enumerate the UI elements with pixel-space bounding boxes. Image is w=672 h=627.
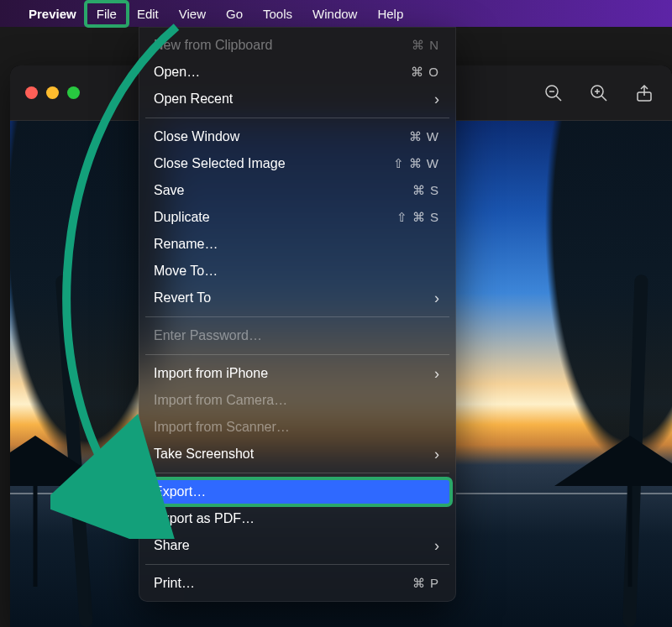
menu-edit[interactable]: Edit (127, 3, 169, 25)
menuitem-label: Enter Password… (154, 328, 439, 343)
menuitem-rename[interactable]: Rename… (144, 231, 451, 258)
menuitem-label: Open… (154, 65, 411, 80)
menubar: Preview File Edit View Go Tools Window H… (0, 0, 672, 27)
minimize-window-button[interactable] (46, 86, 59, 99)
menuitem-enter-password: Enter Password… (144, 322, 451, 349)
menuitem-export-as-pdf[interactable]: Export as PDF… (144, 505, 451, 532)
umbrella-decoration (10, 436, 111, 587)
chevron-right-icon: › (434, 366, 439, 381)
toolbar-right (543, 65, 655, 120)
menuitem-label: Revert To (154, 290, 434, 306)
menuitem-import-from-iphone[interactable]: Import from iPhone› (144, 360, 451, 387)
menu-separator (145, 473, 449, 473)
umbrella-decoration (554, 436, 672, 587)
menuitem-label: Close Window (154, 129, 409, 144)
menuitem-label: Import from Scanner… (154, 420, 439, 435)
menu-window[interactable]: Window (302, 3, 367, 25)
menuitem-open-recent[interactable]: Open Recent› (144, 86, 451, 112)
share-icon[interactable] (633, 82, 655, 104)
menuitem-label: Move To… (154, 264, 439, 279)
svg-line-4 (601, 96, 606, 101)
menu-separator (145, 118, 449, 118)
chevron-right-icon: › (434, 290, 439, 306)
menuitem-close-window[interactable]: Close Window⌘ W (144, 123, 451, 150)
menuitem-label: Print… (154, 576, 412, 591)
menu-separator (145, 316, 449, 317)
menuitem-revert-to[interactable]: Revert To› (144, 285, 451, 311)
menuitem-share[interactable]: Share› (144, 532, 451, 559)
keyboard-shortcut: ⌘ N (412, 38, 439, 53)
menuitem-label: Import from Camera… (154, 393, 439, 408)
menuitem-open[interactable]: Open…⌘ O (144, 59, 451, 86)
chevron-right-icon: › (434, 538, 439, 553)
menu-app[interactable]: Preview (18, 3, 87, 25)
menuitem-import-from-camera: Import from Camera… (144, 387, 451, 414)
menuitem-label: Export… (154, 484, 439, 499)
keyboard-shortcut: ⌘ W (409, 129, 439, 144)
keyboard-shortcut: ⇧ ⌘ W (393, 156, 440, 171)
menu-help[interactable]: Help (367, 3, 413, 25)
menu-separator (145, 564, 449, 565)
keyboard-shortcut: ⌘ S (412, 183, 439, 198)
fullscreen-window-button[interactable] (67, 86, 80, 99)
menuitem-print[interactable]: Print…⌘ P (144, 570, 451, 597)
keyboard-shortcut: ⌘ O (411, 65, 439, 80)
zoom-out-icon[interactable] (543, 82, 564, 104)
menuitem-label: Export as PDF… (154, 511, 439, 526)
close-window-button[interactable] (25, 86, 38, 99)
menuitem-save[interactable]: Save⌘ S (144, 177, 451, 204)
menuitem-label: Take Screenshot (154, 447, 434, 462)
menuitem-label: Open Recent (154, 91, 434, 107)
menuitem-export[interactable]: Export… (144, 478, 451, 505)
menu-separator (145, 354, 449, 355)
menuitem-label: New from Clipboard (154, 38, 412, 53)
menu-go[interactable]: Go (216, 3, 253, 25)
menu-tools[interactable]: Tools (253, 3, 302, 25)
file-menu-dropdown: New from Clipboard⌘ NOpen…⌘ OOpen Recent… (139, 27, 456, 602)
menuitem-take-screenshot[interactable]: Take Screenshot› (144, 441, 451, 468)
menuitem-move-to[interactable]: Move To… (144, 258, 451, 285)
keyboard-shortcut: ⌘ P (412, 576, 439, 591)
traffic-lights (25, 86, 80, 99)
menuitem-label: Save (154, 183, 412, 198)
menuitem-label: Duplicate (154, 210, 396, 225)
menuitem-label: Close Selected Image (154, 156, 393, 171)
chevron-right-icon: › (434, 91, 439, 107)
menuitem-label: Rename… (154, 237, 439, 252)
menuitem-label: Share (154, 538, 434, 553)
menuitem-import-from-scanner: Import from Scanner… (144, 414, 451, 441)
menu-file[interactable]: File (87, 3, 127, 25)
menuitem-duplicate[interactable]: Duplicate⇧ ⌘ S (144, 204, 451, 231)
menu-view[interactable]: View (169, 3, 216, 25)
chevron-right-icon: › (434, 447, 439, 462)
menuitem-new-from-clipboard: New from Clipboard⌘ N (144, 32, 451, 59)
keyboard-shortcut: ⇧ ⌘ S (396, 210, 439, 225)
menuitem-close-selected-image[interactable]: Close Selected Image⇧ ⌘ W (144, 150, 451, 177)
menuitem-label: Import from iPhone (154, 366, 434, 381)
zoom-in-icon[interactable] (588, 82, 610, 104)
svg-line-1 (556, 96, 561, 101)
